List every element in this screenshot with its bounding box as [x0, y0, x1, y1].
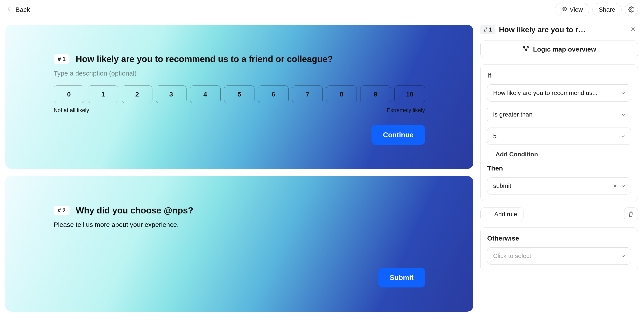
- question-title[interactable]: Why did you choose @nps?: [76, 205, 193, 216]
- nps-option-4[interactable]: 4: [190, 85, 220, 103]
- trash-icon: [628, 211, 634, 218]
- view-label: View: [570, 6, 583, 13]
- nps-option-10[interactable]: 10: [394, 85, 425, 103]
- condition-field-select[interactable]: How likely are you to recommend us...: [487, 84, 631, 102]
- share-button[interactable]: Share: [592, 3, 622, 16]
- logic-map-overview-label: Logic map overview: [533, 46, 596, 53]
- condition-operator-value: is greater than: [493, 111, 532, 118]
- logic-map-overview-button[interactable]: Logic map overview: [480, 41, 638, 58]
- nps-low-label: Not at all likely: [54, 107, 89, 113]
- eye-icon: [561, 6, 568, 14]
- otherwise-group: Otherwise Click to select: [480, 227, 638, 271]
- nps-option-6[interactable]: 6: [258, 85, 288, 103]
- gear-icon: [628, 7, 634, 13]
- delete-rule-button[interactable]: [624, 208, 638, 221]
- chevron-down-icon: [621, 112, 626, 117]
- submit-button[interactable]: Submit: [378, 268, 425, 287]
- if-label: If: [487, 72, 631, 79]
- question-number-badge: # 1: [54, 54, 70, 64]
- chevron-down-icon: [621, 133, 626, 139]
- preview-column: # 1 How likely are you to recommend us t…: [5, 25, 473, 326]
- condition-value: 5: [493, 133, 497, 140]
- settings-button[interactable]: [625, 3, 638, 16]
- nps-option-0[interactable]: 0: [54, 85, 84, 103]
- add-condition-label: Add Condition: [496, 151, 538, 158]
- nps-labels-row: Not at all likely Extremely likely: [54, 107, 425, 113]
- then-action-value: submit: [493, 182, 511, 190]
- question-subtext[interactable]: Please tell us more about your experienc…: [54, 221, 425, 228]
- otherwise-placeholder: Click to select: [493, 252, 531, 259]
- add-rule-button[interactable]: Add rule: [480, 208, 524, 221]
- otherwise-label: Otherwise: [487, 235, 631, 242]
- svg-point-3: [527, 46, 528, 48]
- logic-map-icon: [522, 45, 530, 54]
- then-action-select[interactable]: submit: [487, 177, 631, 195]
- question-card-1: # 1 How likely are you to recommend us t…: [5, 25, 473, 169]
- logic-panel-header: # 1 How likely are you to r…: [480, 25, 638, 34]
- plus-icon: [487, 211, 492, 218]
- nps-option-8[interactable]: 8: [326, 85, 357, 103]
- topbar: Back View Share: [0, 0, 644, 19]
- nps-option-3[interactable]: 3: [156, 85, 186, 103]
- question-header: # 1 How likely are you to recommend us t…: [54, 53, 425, 65]
- rule-actions-row: Add rule: [480, 208, 638, 221]
- plus-icon: [488, 151, 492, 158]
- continue-button[interactable]: Continue: [372, 125, 425, 145]
- main-layout: # 1 How likely are you to recommend us t…: [0, 19, 644, 326]
- answer-input-line[interactable]: [54, 255, 425, 255]
- question-header: # 2 Why did you choose @nps?: [54, 205, 425, 216]
- question-title[interactable]: How likely are you to recommend us to a …: [76, 53, 333, 65]
- nps-option-7[interactable]: 7: [292, 85, 323, 103]
- nps-option-5[interactable]: 5: [224, 85, 255, 103]
- then-label: Then: [487, 165, 631, 172]
- svg-point-2: [523, 46, 525, 48]
- nps-option-1[interactable]: 1: [88, 85, 118, 103]
- otherwise-action-select[interactable]: Click to select: [487, 247, 631, 265]
- condition-field-value: How likely are you to recommend us...: [493, 89, 598, 96]
- clear-icon[interactable]: [612, 183, 618, 189]
- condition-value-select[interactable]: 5: [487, 127, 631, 145]
- back-label: Back: [16, 6, 30, 14]
- back-button[interactable]: Back: [6, 6, 30, 14]
- view-button[interactable]: View: [555, 3, 589, 16]
- nps-scale: 0 1 2 3 4 5 6 7 8 9 10: [54, 85, 425, 103]
- arrow-left-icon: [6, 6, 13, 14]
- svg-point-0: [564, 8, 565, 10]
- svg-point-1: [630, 9, 632, 10]
- question-footer: Continue: [54, 125, 425, 145]
- nps-option-2[interactable]: 2: [122, 85, 152, 103]
- share-label: Share: [599, 6, 615, 13]
- chevron-down-icon: [621, 90, 626, 96]
- question-card-2: # 2 Why did you choose @nps? Please tell…: [5, 176, 473, 312]
- question-number-badge: # 2: [54, 206, 70, 215]
- close-panel-button[interactable]: [628, 25, 638, 34]
- if-group: If How likely are you to recommend us...…: [480, 64, 638, 201]
- chevron-down-icon: [621, 253, 626, 259]
- logic-question-badge: # 1: [480, 25, 495, 34]
- nps-high-label: Extremely likely: [387, 107, 425, 113]
- question-description-input[interactable]: Type a description (optional): [54, 70, 425, 77]
- chevron-down-icon: [621, 183, 626, 189]
- add-rule-label: Add rule: [494, 211, 517, 218]
- condition-operator-select[interactable]: is greater than: [487, 106, 631, 123]
- close-icon: [630, 26, 636, 33]
- add-condition-button[interactable]: Add Condition: [487, 149, 631, 158]
- logic-question-title: How likely are you to r…: [499, 25, 625, 34]
- nps-option-9[interactable]: 9: [360, 85, 391, 103]
- logic-panel: # 1 How likely are you to r… Logic map o…: [480, 25, 639, 326]
- question-footer: Submit: [54, 268, 425, 287]
- svg-point-4: [525, 49, 526, 51]
